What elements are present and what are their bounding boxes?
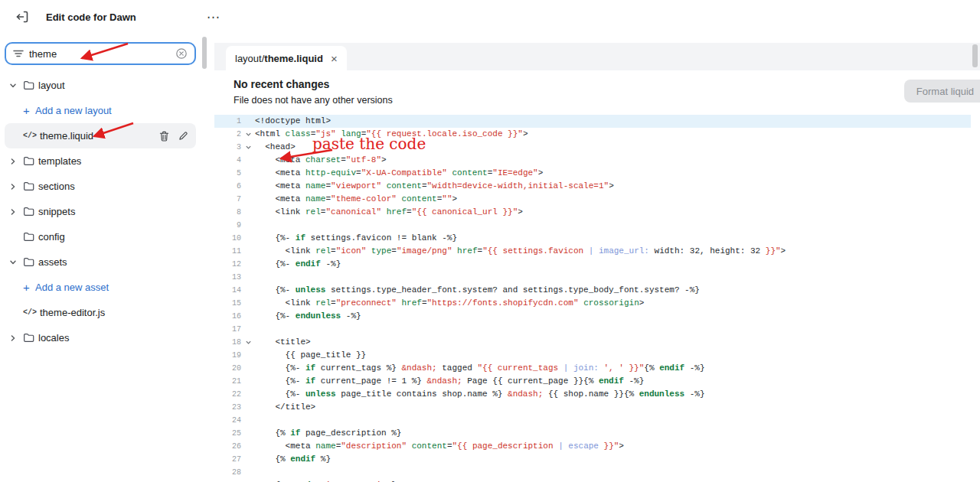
code-text: <head> (255, 141, 971, 154)
code-line-15[interactable]: 15 <link rel="preconnect" href="https://… (214, 297, 971, 310)
code-text: {%- if current_page != 1 %} &ndash; Page… (255, 375, 971, 388)
code-line-26[interactable]: 26 <meta name="description" content="{{ … (214, 440, 971, 453)
code-line-7[interactable]: 7 <meta name="theme-color" content=""> (214, 193, 971, 206)
code-line-29[interactable]: 29 {% render 'meta-tags' %} (214, 479, 971, 482)
code-text: {%- unless page_title contains shop.name… (255, 388, 971, 401)
chevron-right-icon[interactable] (9, 158, 23, 165)
sidebar-item-templates[interactable]: templates (5, 148, 196, 174)
sidebar-item-add-a-new-layout[interactable]: +Add a new layout (5, 98, 196, 123)
fold-toggle-icon[interactable] (241, 339, 255, 346)
delete-icon[interactable] (159, 131, 169, 142)
code-line-22[interactable]: 22 {%- unless page_title contains shop.n… (214, 388, 971, 401)
tab-label: layout/theme.liquid (235, 53, 323, 64)
line-number: 6 (214, 180, 241, 193)
chevron-right-icon[interactable] (9, 183, 23, 191)
file-search-box[interactable] (5, 42, 196, 65)
code-line-28[interactable]: 28 (214, 466, 971, 479)
file-tree: layout+Add a new layout</>theme.liquidte… (0, 73, 201, 350)
label: theme-editor.js (40, 307, 105, 318)
folder-icon (23, 207, 38, 217)
code-file-icon: </> (23, 308, 40, 317)
code-line-13[interactable]: 13 (214, 271, 971, 284)
editor-scrollbar[interactable] (972, 44, 978, 67)
status-title: No recent changes (234, 78, 329, 90)
fold-toggle-icon[interactable] (241, 131, 255, 138)
code-line-12[interactable]: 12 {%- endif -%} (214, 258, 971, 271)
tab-theme-liquid[interactable]: layout/theme.liquid × (226, 46, 347, 70)
chevron-right-icon[interactable] (9, 334, 23, 342)
code-text: </title> (255, 401, 971, 414)
search-input[interactable] (29, 48, 170, 60)
code-line-20[interactable]: 20 {%- if current_tags %} &ndash; tagged… (214, 362, 971, 375)
code-line-8[interactable]: 8 <link rel="canonical" href="{{ canonic… (214, 206, 971, 219)
line-number: 24 (214, 414, 241, 427)
tab-close-icon[interactable]: × (331, 53, 338, 64)
line-number: 8 (214, 206, 241, 219)
exit-icon[interactable] (12, 7, 32, 27)
code-line-9[interactable]: 9 (214, 219, 971, 232)
sidebar-item-assets[interactable]: assets (5, 249, 196, 275)
code-line-18[interactable]: 18 <title> (214, 336, 971, 349)
more-menu-icon[interactable]: ⋯ (207, 11, 221, 24)
code-text: {%- if current_tags %} &ndash; tagged "{… (255, 362, 971, 375)
folder-icon (23, 156, 38, 166)
label: snippets (38, 206, 75, 217)
line-number: 14 (214, 284, 241, 297)
line-number: 20 (214, 362, 241, 375)
code-text: <meta name="viewport" content="width=dev… (255, 180, 971, 193)
chevron-down-icon[interactable] (9, 82, 23, 90)
code-line-25[interactable]: 25 {% if page_description %} (214, 427, 971, 440)
code-line-6[interactable]: 6 <meta name="viewport" content="width=d… (214, 180, 971, 193)
code-text: {%- endunless -%} (255, 310, 971, 323)
chevron-down-icon[interactable] (9, 259, 23, 266)
sidebar-item-theme-editor-js[interactable]: </>theme-editor.js (5, 300, 196, 325)
clear-search-icon[interactable] (175, 47, 188, 60)
line-number: 21 (214, 375, 241, 388)
code-line-21[interactable]: 21 {%- if current_page != 1 %} &ndash; P… (214, 375, 971, 388)
code-line-23[interactable]: 23 </title> (214, 401, 971, 414)
line-number: 2 (214, 128, 241, 141)
sidebar-item-add-a-new-asset[interactable]: +Add a new asset (5, 275, 196, 300)
line-number: 5 (214, 167, 241, 180)
code-line-10[interactable]: 10 {%- if settings.favicon != blank -%} (214, 232, 971, 245)
line-number: 11 (214, 245, 241, 258)
code-line-17[interactable]: 17 (214, 323, 971, 336)
topbar: Edit code for Dawn ⋯ (0, 0, 980, 34)
fold-toggle-icon[interactable] (241, 144, 255, 151)
label: theme.liquid (40, 130, 93, 142)
code-line-16[interactable]: 16 {%- endunless -%} (214, 310, 971, 323)
line-number: 19 (214, 349, 241, 362)
label: Add a new asset (35, 282, 109, 293)
code-line-3[interactable]: 3 <head> (214, 141, 971, 154)
line-number: 29 (214, 479, 241, 482)
sidebar-item-theme-liquid[interactable]: </>theme.liquid (5, 123, 196, 148)
sidebar-scrollbar[interactable] (202, 37, 207, 69)
code-line-27[interactable]: 27 {% endif %} (214, 453, 971, 466)
code-line-2[interactable]: 2<html class="js" lang="{{ request.local… (214, 128, 971, 141)
sidebar-item-config[interactable]: config (5, 224, 196, 249)
code-line-11[interactable]: 11 <link rel="icon" type="image/png" hre… (214, 245, 971, 258)
sidebar-item-sections[interactable]: sections (5, 174, 196, 199)
chevron-right-icon[interactable] (9, 208, 23, 216)
code-editor[interactable]: 1<!doctype html>2<html class="js" lang="… (214, 115, 971, 482)
code-text: <meta name="description" content="{{ pag… (255, 440, 971, 453)
code-line-14[interactable]: 14 {%- unless settings.type_header_font.… (214, 284, 971, 297)
code-text: <link rel="icon" type="image/png" href="… (255, 245, 971, 258)
sidebar-item-snippets[interactable]: snippets (5, 199, 196, 224)
format-liquid-button[interactable]: Format liquid (904, 80, 980, 103)
code-line-4[interactable]: 4 <meta charset="utf-8"> (214, 154, 971, 167)
line-number: 26 (214, 440, 241, 453)
code-line-1[interactable]: 1<!doctype html> (214, 115, 971, 128)
sidebar-item-layout[interactable]: layout (5, 73, 196, 98)
code-text: <!doctype html> (255, 115, 971, 128)
line-number: 23 (214, 401, 241, 414)
line-number: 27 (214, 453, 241, 466)
sidebar-item-locales[interactable]: locales (5, 325, 196, 350)
rename-icon[interactable] (178, 131, 188, 141)
label: config (38, 231, 65, 243)
code-line-24[interactable]: 24 (214, 414, 971, 427)
code-line-5[interactable]: 5 <meta http-equiv="X-UA-Compatible" con… (214, 167, 971, 180)
line-number: 13 (214, 271, 241, 284)
line-number: 15 (214, 297, 241, 310)
code-line-19[interactable]: 19 {{ page_title }} (214, 349, 971, 362)
